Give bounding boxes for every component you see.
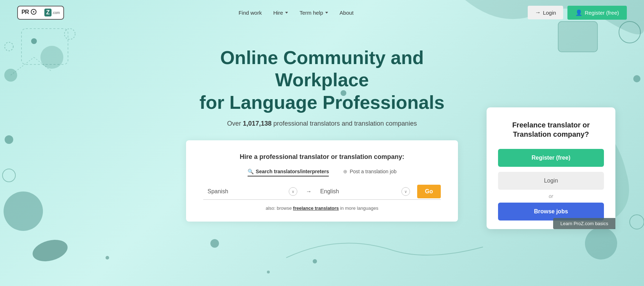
register-icon: 👤 xyxy=(575,9,582,16)
freelance-translators-link[interactable]: freelance translators xyxy=(293,205,339,211)
nav-about[interactable]: About xyxy=(340,10,353,16)
nav-find-work[interactable]: Find work xyxy=(239,10,262,16)
to-language-value: English xyxy=(320,188,339,195)
nav-links: Find work Hire Term help About xyxy=(239,10,354,16)
nav-hire[interactable]: Hire xyxy=(273,10,288,16)
freelancer-login-button[interactable]: Login xyxy=(498,172,604,190)
logo[interactable]: PR Z .com xyxy=(17,6,64,20)
freelancer-register-button[interactable]: Register (free) xyxy=(498,149,604,167)
hero-title: Online Community and Workplace for Langu… xyxy=(193,47,451,113)
direction-arrow-icon: → xyxy=(302,188,316,195)
register-button[interactable]: 👤 Register (free) xyxy=(567,6,627,20)
from-language-value: Spanish xyxy=(208,188,228,195)
post-tab-icon: ⊕ xyxy=(343,169,347,174)
from-language-dropdown-icon: ∨ xyxy=(289,187,297,196)
tab-search-translators[interactable]: 🔍 Search translators/interpreters xyxy=(248,169,329,176)
go-button[interactable]: Go xyxy=(417,185,441,198)
logo-dot-text: .com xyxy=(52,11,60,15)
from-language-select[interactable]: Spanish ∨ xyxy=(203,184,302,199)
logo-box: PR Z .com xyxy=(17,6,64,20)
login-icon: → xyxy=(535,9,541,16)
search-tabs: 🔍 Search translators/interpreters ⊕ Post… xyxy=(203,169,441,176)
language-search-row: Spanish ∨ → English ∨ Go xyxy=(203,184,441,200)
search-tab-icon: 🔍 xyxy=(248,169,254,174)
to-language-dropdown-icon: ∨ xyxy=(401,187,410,196)
svg-point-26 xyxy=(33,11,34,13)
to-language-select[interactable]: English ∨ xyxy=(316,184,414,199)
hero-subtitle: Over 1,017,138 professional translators … xyxy=(227,120,417,127)
login-button[interactable]: → Login xyxy=(528,6,563,19)
nav-term-help[interactable]: Term help xyxy=(299,10,328,16)
logo-pro-text: PR xyxy=(21,8,44,18)
freelancer-card-title: Freelance translator or Translation comp… xyxy=(498,120,604,139)
term-help-dropdown-icon xyxy=(325,12,328,14)
tab-post-job[interactable]: ⊕ Post a translation job xyxy=(343,169,396,176)
freelancer-card: Freelance translator or Translation comp… xyxy=(487,107,615,229)
navbar: PR Z .com Find work Hire Term help About xyxy=(0,0,644,25)
or-divider: or xyxy=(498,193,604,199)
learn-basics-bar[interactable]: Learn ProZ.com basics xyxy=(553,218,615,229)
nav-actions: → Login 👤 Register (free) xyxy=(528,6,627,20)
search-panel: Hire a professional translator or transl… xyxy=(186,140,458,222)
search-note: also: browse freelance translators in mo… xyxy=(203,205,441,211)
hire-dropdown-icon xyxy=(285,12,288,14)
logo-z-text: Z xyxy=(44,9,52,16)
svg-text:PR: PR xyxy=(21,9,29,15)
search-panel-title: Hire a professional translator or transl… xyxy=(203,153,441,161)
